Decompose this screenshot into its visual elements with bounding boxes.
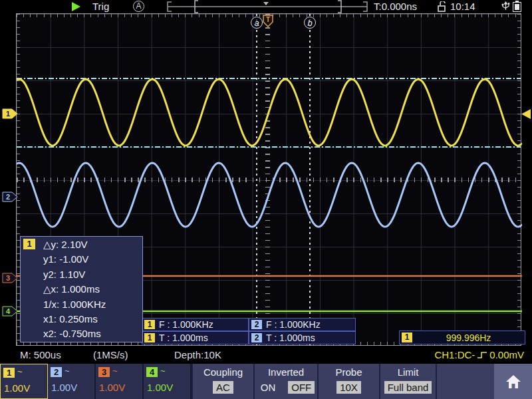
- ch2-position-marker[interactable]: 2: [2, 192, 18, 202]
- ch4-scale: 1.00V: [146, 382, 190, 393]
- meas-ch2-period-text: T : 1.000ms: [266, 332, 315, 343]
- ch2-marker-number: 2: [6, 193, 10, 201]
- meas-ch1-period-text: T : 1.000ms: [159, 332, 208, 343]
- ch1-coupling-symbol: ~: [17, 366, 23, 376]
- cursor-inverse-x: 1/x: 1.000KHz: [43, 297, 142, 312]
- ch1-badge: 1: [3, 368, 15, 378]
- cursor-x2: x2: -0.750ms: [43, 327, 142, 341]
- run-state-icon[interactable]: [72, 2, 80, 11]
- ch1-scale: 1.00V: [3, 382, 47, 394]
- menu-inverted[interactable]: Inverted ON OFF: [253, 364, 317, 399]
- measurement-readout-bar: 1 F : 1.000KHz 2 F : 1.000KHz 1 T : 1.00…: [142, 318, 356, 344]
- status-row: M: 500us (1MS/s) Depth:10K CH1:DC- 0.00m…: [0, 347, 532, 363]
- auto-acquire-icon: A: [133, 1, 144, 12]
- channel-3-button[interactable]: 3~ 1.00V: [96, 364, 144, 399]
- cursor-readouts: △y: 2.10V y1: -1.00V y2: 1.10V △x: 1.000…: [21, 237, 142, 342]
- top-status-bar: Trig A T:0.000ns 10:14: [0, 0, 532, 13]
- ch1-position-marker[interactable]: 1: [2, 108, 18, 119]
- time-cursor-line-a[interactable]: [256, 14, 257, 345]
- memory-depth-readout: Depth:10K: [174, 349, 221, 360]
- inverted-label: Inverted: [255, 366, 317, 378]
- menu-probe[interactable]: Probe 10X: [317, 364, 379, 399]
- bottom-menu-bar: 1~ 1.00V 2~ 1.00V 3~ 1.00V 4~ 1.00V Coup…: [0, 364, 532, 399]
- home-button[interactable]: [494, 364, 532, 399]
- trigger-level-marker[interactable]: [520, 108, 531, 120]
- cursor-y2: y2: 1.10V: [43, 267, 142, 282]
- meas-ch1-badge: 1: [144, 320, 155, 329]
- coupling-value-chip[interactable]: AC: [213, 381, 233, 394]
- ch3-scale: 1.00V: [98, 382, 142, 393]
- freq-counter-channel-badge: 1: [402, 332, 412, 342]
- trigger-level-text: 0.00mV: [489, 349, 524, 360]
- frequency-counter: 1 999.996Hz: [399, 331, 525, 344]
- voltage-cursor-line-y1[interactable]: [17, 146, 521, 148]
- measurement-ch2-period: 2 T : 1.000ms: [249, 331, 356, 344]
- ch2-badge: 2: [51, 367, 62, 377]
- ch4-position-marker[interactable]: 4: [2, 306, 18, 317]
- trigger-source-text: CH1:DC-: [434, 349, 475, 360]
- unlock-icon: [437, 1, 447, 12]
- meas-ch1-freq-text: F : 1.000KHz: [159, 319, 213, 330]
- trigger-memory-position-icon: [263, 2, 269, 5]
- timebase-readout: M: 500us: [20, 349, 61, 360]
- sample-rate-readout: (1MS/s): [93, 349, 128, 360]
- menu-limit[interactable]: Limit Full band: [379, 364, 436, 399]
- trigger-marker-letter: T: [266, 16, 270, 23]
- meas-ch1-period-badge: 1: [144, 333, 155, 342]
- ch2-coupling-symbol: ~: [65, 366, 70, 376]
- cursor-y1: y1: -1.00V: [43, 252, 142, 267]
- meas-ch2-freq-text: F : 1.000KHz: [266, 319, 321, 330]
- ch4-coupling-symbol: ~: [160, 366, 166, 376]
- cursor-panel-channel-badge: 1: [23, 239, 35, 249]
- ch3-coupling-symbol: ~: [112, 366, 118, 376]
- ch2-scale: 1.00V: [51, 382, 94, 393]
- channel-2-button[interactable]: 2~ 1.00V: [48, 364, 96, 399]
- home-icon: [505, 374, 521, 389]
- measurement-ch1-frequency: 1 F : 1.000KHz: [142, 318, 249, 331]
- inverted-on-option[interactable]: ON: [257, 381, 279, 394]
- ch3-marker-number: 3: [6, 274, 10, 282]
- voltage-cursor-line-y2[interactable]: [17, 78, 521, 79]
- cursor-delta-y: △y: 2.10V: [43, 237, 142, 252]
- ch3-badge: 3: [98, 367, 110, 377]
- trigger-position-marker[interactable]: T: [263, 15, 274, 27]
- menu-empty-cell: [436, 364, 494, 399]
- freq-counter-value: 999.996Hz: [412, 332, 525, 343]
- measurement-ch1-period: 1 T : 1.000ms: [142, 331, 249, 344]
- probe-label: Probe: [319, 366, 379, 378]
- cursor-measurement-panel: 1 △y: 2.10V y1: -1.00V y2: 1.10V △x: 1.0…: [20, 236, 143, 342]
- cursor-delta-x: △x: 1.000ms: [43, 282, 142, 297]
- rising-edge-icon: [477, 350, 487, 360]
- meas-ch2-badge: 2: [251, 320, 262, 329]
- center-horizontal-ruler: [17, 178, 521, 182]
- battery-icon: [513, 2, 521, 12]
- cursor-x1: x1: 0.250ms: [43, 312, 142, 327]
- channel-1-button[interactable]: 1~ 1.00V: [0, 364, 48, 399]
- time-cursor-line-b[interactable]: [309, 14, 311, 345]
- ch4-badge: 4: [146, 367, 158, 377]
- limit-value-chip[interactable]: Full band: [384, 381, 432, 394]
- cursor-b-handle[interactable]: b: [304, 17, 316, 29]
- oscilloscope-screen: Trig A T:0.000ns 10:14: [0, 0, 532, 399]
- trigger-settings-readout: CH1:DC- 0.00mV: [434, 349, 524, 360]
- limit-label: Limit: [380, 366, 436, 378]
- coupling-label: Coupling: [193, 366, 253, 378]
- trigger-status-label: Trig: [92, 1, 109, 12]
- ch4-marker-number: 4: [6, 307, 11, 315]
- ch3-position-marker[interactable]: 3: [2, 273, 18, 283]
- probe-value-chip[interactable]: 10X: [336, 381, 361, 394]
- meas-ch2-period-badge: 2: [251, 333, 262, 342]
- usb-icon: [501, 1, 511, 12]
- memory-window-indicator[interactable]: [163, 0, 376, 13]
- channel-4-button[interactable]: 4~ 1.00V: [144, 364, 192, 399]
- menu-coupling[interactable]: Coupling AC: [192, 364, 253, 399]
- cursor-a-handle[interactable]: a: [251, 17, 263, 29]
- trigger-time-readout: T:0.000ns: [374, 1, 417, 12]
- clock: 10:14: [450, 1, 475, 12]
- inverted-off-option[interactable]: OFF: [288, 381, 315, 394]
- ch1-marker-number: 1: [6, 110, 10, 118]
- measurement-ch2-frequency: 2 F : 1.000KHz: [249, 318, 356, 331]
